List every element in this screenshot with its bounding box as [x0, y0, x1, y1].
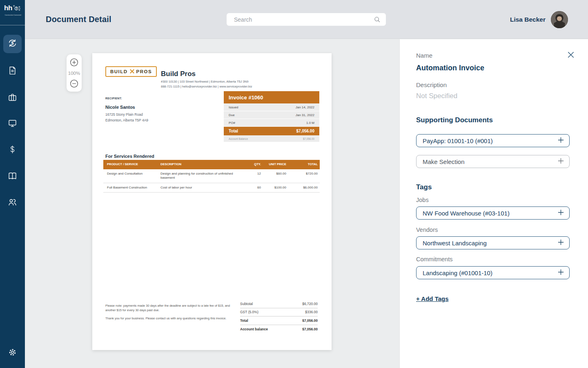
document-name: Automation Invoice	[416, 64, 484, 72]
job-tag[interactable]: NW Food Warehouse (#03-101)	[416, 206, 570, 220]
totals-label: Account balance	[240, 327, 268, 331]
invoice-document-page: BUILD PROS Build Pros #300 10130 | 103 S…	[92, 53, 332, 350]
zoom-out-button[interactable]	[70, 79, 78, 88]
sidebar-item-documents[interactable]	[3, 62, 22, 81]
description-label: Description	[416, 81, 447, 88]
job-tag-label: NW Food Warehouse (#03-101)	[423, 210, 510, 217]
cell-unit-price: $60.00	[263, 172, 288, 180]
meta-value: Jan 31, 2022	[296, 113, 314, 117]
sidebar-item-monitor[interactable]	[3, 115, 22, 133]
sidebar: hh 2 Construction Connected	[0, 0, 25, 368]
detail-panel: Name Automation Invoice Description Not …	[399, 39, 588, 368]
plus-icon[interactable]	[558, 239, 564, 247]
user-menu[interactable]: Lisa Becker	[510, 11, 568, 28]
search-icon[interactable]	[374, 16, 381, 25]
app-logo: hh 2 Construction Connected	[0, 4, 25, 17]
cell-description: Cost of labor per hour	[157, 186, 241, 190]
svg-text:2: 2	[16, 7, 17, 10]
col-header: UNIT PRICE	[263, 162, 288, 166]
plus-icon[interactable]	[558, 209, 564, 217]
invoice-notes: Please note: payments made 30 days after…	[105, 304, 236, 321]
col-header: TOTAL	[288, 162, 320, 166]
zoom-level: 100%	[68, 71, 80, 76]
totals-value: $336.00	[305, 310, 318, 314]
tags-title: Tags	[416, 183, 432, 191]
supporting-document-label: PayApp: 01001-10 (#001)	[423, 137, 493, 144]
make-selection-label: Make Selection	[423, 158, 465, 165]
meta-value: 1.0 M	[306, 121, 314, 125]
page-title: Document Detail	[46, 15, 111, 24]
recipient-address-line1: 16725 Stony Plain Road	[105, 112, 148, 118]
document-description: Not Specified	[416, 92, 457, 100]
sidebar-divider	[0, 25, 25, 25]
sidebar-item-jobs[interactable]	[3, 89, 22, 108]
company-contact-line: 888-721-1115 | hello@serviceprovider.biz…	[161, 84, 252, 89]
sidebar-item-people[interactable]	[3, 194, 22, 212]
recipient-label: RECIPIENT:	[105, 97, 122, 100]
services-table: PRODUCT / SERVICE DESCRIPTION QTY. UNIT …	[103, 160, 320, 193]
commitment-tag-label: Landscaping (#01001-10)	[423, 269, 492, 276]
cell-total: $720.00	[288, 172, 320, 180]
totals-row: Account balance $7,056.00	[240, 325, 318, 334]
make-selection-field[interactable]: Make Selection	[416, 155, 570, 168]
avatar[interactable]	[551, 11, 568, 28]
total-value: $7,056.00	[296, 129, 315, 133]
logo-text: hh	[4, 4, 12, 12]
people-icon	[7, 197, 18, 209]
jobs-label: Jobs	[416, 197, 429, 203]
sidebar-item-library[interactable]	[3, 168, 22, 186]
meta-label: Issued	[229, 105, 238, 109]
invoice-company-name: Build Pros	[161, 70, 196, 78]
logo-mark-icon: 2	[13, 4, 21, 14]
services-title: For Services Rendered	[105, 154, 154, 159]
document-detail-page: hh 2 Construction Connected	[0, 0, 588, 368]
invoice-total-row: Total $7,056.00	[224, 127, 319, 135]
cell-description: Design and planning for construction of …	[157, 172, 241, 180]
briefcase-icon	[7, 92, 18, 104]
invoice-summary-box: Invoice #1060 Issued Jan 14, 2022 Due Ja…	[224, 91, 319, 142]
commitment-tag[interactable]: Landscaping (#01001-10)	[416, 266, 570, 279]
sidebar-item-settings[interactable]	[3, 344, 22, 362]
cell-qty: 12	[241, 172, 263, 180]
invoice-number: Invoice #1060	[224, 91, 319, 103]
sidebar-item-money-sync[interactable]: $	[3, 35, 22, 53]
meta-label: PO#	[229, 121, 235, 125]
invoice-totals: Subtotal $6,720.00 GST (5.0%) $336.00 To…	[240, 300, 318, 333]
cell-qty: 60	[241, 186, 263, 190]
vendor-tag-label: Northwest Landscaping	[423, 240, 487, 247]
sidebar-item-payments[interactable]	[3, 141, 22, 159]
plus-icon[interactable]	[558, 269, 564, 276]
supporting-document-item[interactable]: PayApp: 01001-10 (#001)	[416, 134, 570, 147]
company-address-line: #300 10130 | 103 Street Northwest | Edmo…	[161, 79, 252, 84]
invoice-logo: BUILD PROS	[105, 66, 157, 77]
services-table-header: PRODUCT / SERVICE DESCRIPTION QTY. UNIT …	[103, 160, 320, 169]
plus-icon[interactable]	[558, 137, 564, 144]
money-sync-icon: $	[7, 38, 18, 50]
commitments-label: Commitments	[416, 256, 452, 263]
cell-total: $6,000.00	[288, 186, 320, 190]
meta-value: Jan 14, 2022	[296, 105, 314, 109]
vendor-tag[interactable]: Northwest Landscaping	[416, 236, 570, 249]
balance-label: Account Balance	[229, 137, 248, 140]
invoice-meta-row: PO# 1.0 M	[224, 119, 319, 127]
invoice-logo-word-right: PROS	[136, 69, 152, 74]
svg-text:$: $	[11, 40, 14, 45]
close-icon[interactable]	[567, 51, 575, 58]
col-header: QTY.	[241, 162, 263, 166]
totals-value: $6,720.00	[302, 302, 318, 306]
recipient-address-line2: Edmonton, Alberta T5P 4A9	[105, 118, 148, 123]
plus-icon[interactable]	[558, 158, 564, 165]
vendors-label: Vendors	[416, 227, 438, 233]
search-input[interactable]	[227, 13, 386, 26]
totals-label: GST (5.0%)	[240, 310, 258, 314]
supporting-documents-title: Supporting Documents	[416, 116, 493, 124]
cell-unit-price: $100.00	[263, 186, 288, 190]
user-name: Lisa Becker	[510, 16, 546, 23]
document-viewer: 100% BUILD PROS Build Pros	[25, 39, 399, 368]
zoom-in-button[interactable]	[70, 58, 78, 67]
recipient-name: Nicole Santos	[105, 105, 135, 110]
add-tags-link[interactable]: + Add Tags	[416, 295, 449, 302]
invoice-note2: Thank you for your business. Please cont…	[105, 316, 236, 321]
cell-product: Full Basement Construction	[103, 186, 157, 190]
cell-product: Design and Consultation	[103, 172, 157, 180]
